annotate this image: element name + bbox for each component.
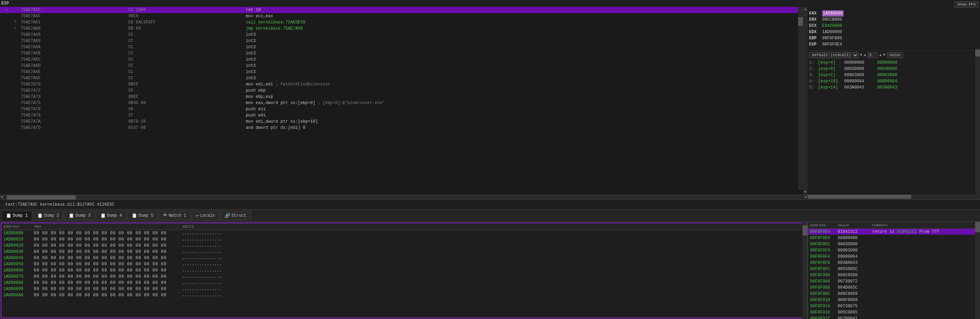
disasm-row[interactable]: 75AE7A78 56 push esi xyxy=(0,106,798,112)
reg-value[interactable]: 00F8F8E4 xyxy=(822,41,842,48)
dump-vscroll[interactable] xyxy=(803,222,807,319)
tab-dump-3[interactable]: 📋Dump 3 xyxy=(64,211,95,221)
stack-data-row[interactable]: 00F8F8F0 00003000 xyxy=(808,248,980,254)
dump-row[interactable]: 1AD80010 00 00 00 00 00 00 00 00 00 00 0… xyxy=(2,236,806,243)
dump-ascii: ................ xyxy=(181,249,806,255)
disasm-row[interactable]: └ 75AE7A61 E8 EAC3FEFF call kernelbase.7… xyxy=(0,19,798,25)
disasm-row[interactable]: → 75AE7A5C C2 1000 ret 10 xyxy=(0,7,798,13)
reg-value[interactable]: 1AD80000 xyxy=(822,29,842,35)
disasm-row[interactable]: 75AE7A75 8B45 08 mov eax,dword ptr ss:[e… xyxy=(0,100,798,106)
stack-arg-row: 2: [esp+8] 0003D800 0003D800 xyxy=(809,66,978,72)
stack-row-val: 005C0065 xyxy=(835,309,870,315)
tab-dump-5[interactable]: 📋Dump 5 xyxy=(127,211,158,221)
tab-book-icon: 📋 xyxy=(132,213,137,218)
dump-row[interactable]: 1AD80050 00 00 00 00 00 00 00 00 00 00 0… xyxy=(2,261,806,267)
stack-row-addr: 00F8F8E4 xyxy=(808,229,835,235)
dump-row[interactable]: 1AD80000 00 00 00 00 00 00 00 00 00 00 0… xyxy=(2,230,806,236)
disasm-hscroll[interactable]: ◄ ► xyxy=(0,195,808,200)
disasm-row[interactable]: 75AE7A79 57 push edi xyxy=(0,112,798,119)
stack-row-val: 00730075 xyxy=(835,303,870,309)
stack-row-val: 003A0043 xyxy=(835,260,870,266)
stack-data-row[interactable]: 00F8F910 006F0068 xyxy=(808,297,980,303)
disasm-row[interactable]: 75AE7A6C CC int3 xyxy=(0,57,798,63)
tab-dump-4[interactable]: 📋Dump 4 xyxy=(96,211,126,221)
dump-row[interactable]: 1AD80030 00 00 00 00 00 00 00 00 00 00 0… xyxy=(2,249,806,255)
dump-addr: 1AD80040 xyxy=(2,255,32,261)
disasm-row[interactable]: 75AE7A7A 8B7D 10 mov edi,dword ptr ss:[e… xyxy=(0,119,798,125)
disasm-mnem: int3 xyxy=(244,50,798,57)
disasm-vscroll[interactable] xyxy=(798,7,803,190)
disasm-row[interactable]: 75AE7A6B CC int3 xyxy=(0,50,798,57)
call-conv-select[interactable]: Default (stdcall) xyxy=(809,52,858,58)
tabs-container: 📋Dump 1📋Dump 2📋Dump 3📋Dump 4📋Dump 5👁Watc… xyxy=(2,211,251,221)
stack-data-row[interactable]: 00F8F8F4 00000004 xyxy=(808,254,980,260)
stack-row-val: 004D005C xyxy=(835,284,870,290)
dump-row[interactable]: 1AD80090 00 00 00 00 00 00 00 00 00 00 0… xyxy=(2,286,806,292)
stack-data-row[interactable]: 00F8F914 00730075 xyxy=(808,303,980,309)
disasm-scroll-up-icon[interactable]: ▲ xyxy=(804,8,806,11)
reg-hscroll[interactable] xyxy=(808,195,980,200)
tab-dump-1[interactable]: 📋Dump 1 xyxy=(2,211,32,221)
reg-name: EBP xyxy=(809,35,819,41)
dump-row[interactable]: 1AD80040 00 00 00 00 00 00 00 00 00 00 0… xyxy=(2,255,806,261)
dump-addr: 1AD80070 xyxy=(2,273,32,279)
stack-row-val: 0003D800 xyxy=(835,241,870,247)
dump-ascii: ................ xyxy=(181,236,806,242)
show-fpu-button[interactable]: Show FPU xyxy=(954,2,978,8)
stack-row-comment: return to 010411C2 From ??? xyxy=(870,229,980,235)
stack-data-row[interactable]: 00F8F91C 00700041 xyxy=(808,316,980,319)
num-args-input[interactable] xyxy=(867,52,878,58)
dump-hex: 00 00 00 00 00 00 00 00 00 00 00 00 00 0… xyxy=(32,280,181,286)
call-conv-header: Default (stdcall) ▼ ▲ ▲ ▼ Unloc xyxy=(809,52,978,58)
stack-data-row[interactable]: 00F8F8EC 0003D800 xyxy=(808,241,980,248)
tab-locals[interactable]: ↩Locals xyxy=(192,211,220,221)
disasm-row[interactable]: 75AE7A7D 8337 00 and dword ptr ds:[edi] … xyxy=(0,125,798,131)
reg-value[interactable]: 1AD80000 xyxy=(822,10,843,16)
unlock-button[interactable]: Unloc xyxy=(887,52,903,58)
disasm-row[interactable]: 75AE7A6A CC int3 xyxy=(0,44,798,50)
stack-data-row[interactable]: 00F8F908 004D005C xyxy=(808,284,980,291)
disasm-scroll-down-icon[interactable]: ▼ xyxy=(804,190,806,194)
disasm-row[interactable]: └ 75AE7A66 EB F0 jmp kernelbase.75AE7A58 xyxy=(0,25,798,32)
reg-value[interactable]: 00CCB000 xyxy=(822,16,842,23)
regs-vscroll[interactable] xyxy=(975,48,980,195)
stack-data-row[interactable]: 00F8F900 00659500 xyxy=(808,272,980,278)
stack-vscroll[interactable] xyxy=(975,222,980,319)
stack-data-row[interactable]: 00F8F8E4 010411C2 return to 010411C2 Fro… xyxy=(808,229,980,235)
disasm-row[interactable]: 75AE7A6E CC int3 xyxy=(0,69,798,75)
stack-data-row[interactable]: 00F8F8F8 003A0043 xyxy=(808,260,980,266)
stack-data-row[interactable]: 00F8F918 005C0065 xyxy=(808,309,980,316)
disasm-row[interactable]: 75AE7A72 55 push ebp xyxy=(0,87,798,94)
disasm-row[interactable]: 75AE7A6F CC int3 xyxy=(0,75,798,81)
status-text: .text:75AE7A5C kernelbase.dll:$127A5C #1… xyxy=(3,202,115,207)
disasm-hex: CC xyxy=(127,50,245,57)
disasm-hscroll-right-icon[interactable]: ► xyxy=(804,195,808,199)
dump-row[interactable]: 1AD80080 00 00 00 00 00 00 00 00 00 00 0… xyxy=(2,280,806,286)
disasm-row[interactable]: 75AE7A69 CC int3 xyxy=(0,38,798,44)
stack-data-row[interactable]: 00F8F8E8 00000000 xyxy=(808,235,980,241)
disasm-row[interactable]: 75AE7A70 8BFF mov edi,edi ; PathCchFindE… xyxy=(0,81,798,87)
tab-dump-2[interactable]: 📋Dump 2 xyxy=(33,211,64,221)
disasm-mnem: push esi xyxy=(244,106,798,112)
disasm-row[interactable]: 75AE7A68 CC int3 xyxy=(0,32,798,38)
tabs-bar: 📋Dump 1📋Dump 2📋Dump 3📋Dump 4📋Dump 5👁Watc… xyxy=(0,209,980,222)
dump-row[interactable]: 1AD80070 00 00 00 00 00 00 00 00 00 00 0… xyxy=(2,273,806,280)
disasm-row[interactable]: 75AE7A6D CC int3 xyxy=(0,63,798,69)
disasm-right-arrow[interactable]: ▲ ▼ xyxy=(803,7,808,195)
reg-value[interactable]: 00F8FB90 xyxy=(822,35,842,41)
disasm-arrow-empty xyxy=(0,100,13,106)
disasm-row[interactable]: 75AE7A73 8BEC mov ebp,esp xyxy=(0,94,798,100)
tab-watch-1[interactable]: 👁Watch 1 xyxy=(159,211,191,221)
dump-row[interactable]: 1AD80020 00 00 00 00 00 00 00 00 00 00 0… xyxy=(2,243,806,249)
disasm-hscroll-left-icon[interactable]: ◄ xyxy=(0,195,3,199)
stack-data-row[interactable]: 00F8F8FC 0055005C xyxy=(808,266,980,272)
branch-empty xyxy=(13,100,19,106)
reg-value[interactable]: E9420000 xyxy=(822,23,842,29)
dump-row[interactable]: 1AD80060 00 00 00 00 00 00 00 00 00 00 0… xyxy=(2,267,806,273)
disasm-row[interactable]: 75AE7A5F 8BC8 mov ecx,eax xyxy=(0,13,798,19)
stack-data-row[interactable]: 00F8F904 00730072 xyxy=(808,278,980,284)
stack-data-row[interactable]: 00F8F90C 006C0069 xyxy=(808,291,980,297)
dump-row[interactable]: 1AD800A0 00 00 00 00 00 00 00 00 00 00 0… xyxy=(2,292,806,298)
dump-panel: Address Hex ASCII 1AD80000 00 00 00 00 0… xyxy=(0,222,808,319)
tab-struct[interactable]: 🔗Struct xyxy=(220,211,251,221)
